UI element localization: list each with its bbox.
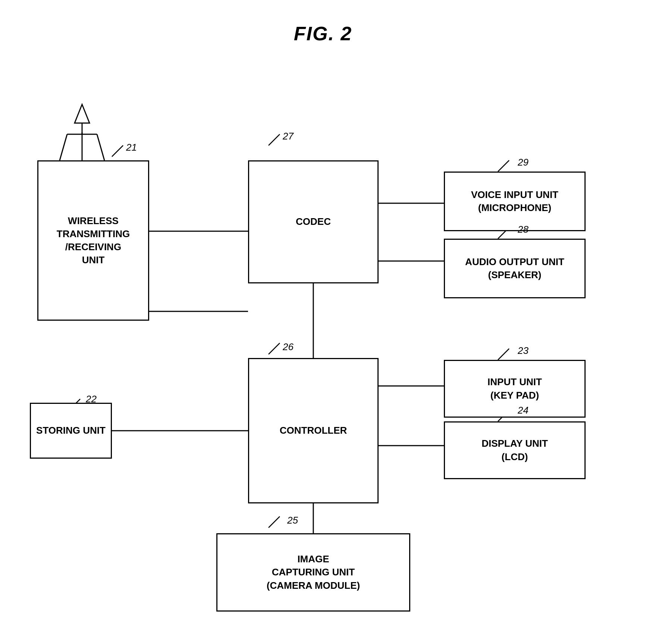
input-unit-label: INPUT UNIT (KEY PAD) bbox=[487, 376, 542, 402]
svg-line-12 bbox=[269, 343, 280, 354]
figure-title: FIG. 2 bbox=[294, 22, 352, 45]
storing-label: STORING UNIT bbox=[36, 424, 106, 437]
ref-26: 26 bbox=[283, 341, 294, 353]
storing-block: STORING UNIT bbox=[30, 403, 112, 459]
wireless-block: WIRELESS TRANSMITTING /RECEIVING UNIT bbox=[37, 160, 149, 321]
ref-21: 21 bbox=[126, 142, 137, 153]
svg-line-16 bbox=[498, 349, 509, 360]
svg-line-23 bbox=[97, 134, 104, 160]
svg-marker-19 bbox=[75, 104, 90, 123]
image-capture-label: IMAGE CAPTURING UNIT (CAMERA MODULE) bbox=[267, 553, 360, 592]
ref-22: 22 bbox=[86, 393, 97, 405]
svg-line-14 bbox=[498, 160, 509, 172]
ref-27: 27 bbox=[283, 131, 294, 142]
controller-label: CONTROLLER bbox=[280, 424, 347, 437]
svg-line-11 bbox=[269, 134, 280, 145]
ref-25: 25 bbox=[287, 515, 298, 526]
codec-block: CODEC bbox=[248, 160, 379, 283]
ref-28: 28 bbox=[518, 224, 529, 235]
ref-23: 23 bbox=[518, 345, 529, 356]
svg-line-18 bbox=[269, 516, 280, 528]
ref-24: 24 bbox=[518, 405, 529, 416]
image-capture-block: IMAGE CAPTURING UNIT (CAMERA MODULE) bbox=[216, 533, 410, 612]
voice-input-block: VOICE INPUT UNIT (MICROPHONE) bbox=[444, 172, 586, 231]
display-unit-label: DISPLAY UNIT (LCD) bbox=[482, 437, 548, 463]
ref-29: 29 bbox=[518, 157, 529, 168]
audio-output-block: AUDIO OUTPUT UNIT (SPEAKER) bbox=[444, 239, 586, 298]
audio-output-label: AUDIO OUTPUT UNIT (SPEAKER) bbox=[465, 255, 564, 282]
input-unit-block: INPUT UNIT (KEY PAD) bbox=[444, 360, 586, 418]
diagram-container: FIG. 2 bbox=[0, 0, 646, 644]
svg-line-22 bbox=[60, 134, 67, 160]
codec-label: CODEC bbox=[296, 215, 331, 228]
display-unit-block: DISPLAY UNIT (LCD) bbox=[444, 421, 586, 479]
svg-line-10 bbox=[112, 145, 123, 157]
wireless-label: WIRELESS TRANSMITTING /RECEIVING UNIT bbox=[57, 214, 130, 267]
controller-block: CONTROLLER bbox=[248, 358, 379, 503]
voice-input-label: VOICE INPUT UNIT (MICROPHONE) bbox=[471, 188, 558, 214]
